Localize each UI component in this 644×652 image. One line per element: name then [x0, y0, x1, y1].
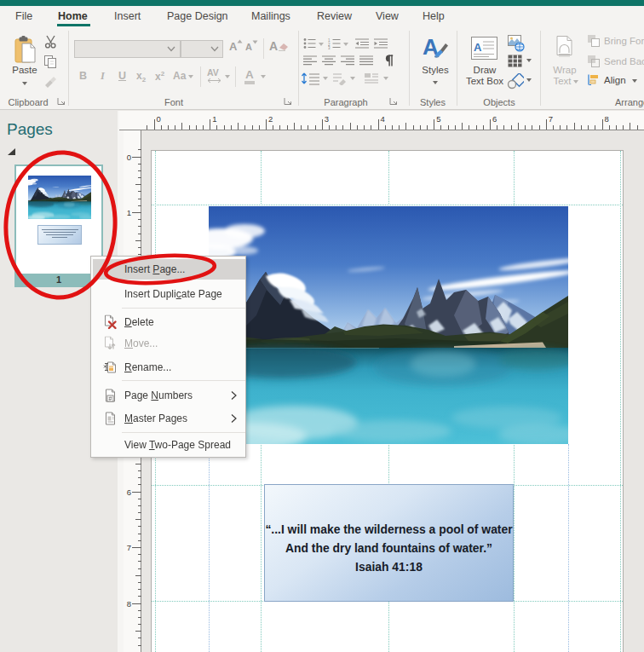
svg-text:A: A	[474, 41, 482, 54]
svg-text:4: 4	[381, 114, 385, 124]
svg-text:#: #	[109, 395, 112, 401]
svg-text:3: 3	[325, 114, 329, 124]
svg-text:7: 7	[127, 543, 131, 552]
svg-text:6: 6	[492, 114, 497, 124]
svg-text:8: 8	[127, 599, 131, 609]
svg-text:1: 1	[127, 208, 131, 217]
svg-text:5: 5	[436, 114, 440, 124]
svg-text:7: 7	[549, 114, 553, 124]
svg-text:6: 6	[127, 488, 131, 497]
svg-text:0: 0	[157, 114, 161, 124]
svg-text:0: 0	[127, 153, 131, 162]
svg-text:2: 2	[268, 114, 273, 124]
svg-text:3: 3	[328, 46, 331, 49]
svg-text:8: 8	[605, 114, 609, 124]
svg-text:1: 1	[212, 114, 216, 124]
